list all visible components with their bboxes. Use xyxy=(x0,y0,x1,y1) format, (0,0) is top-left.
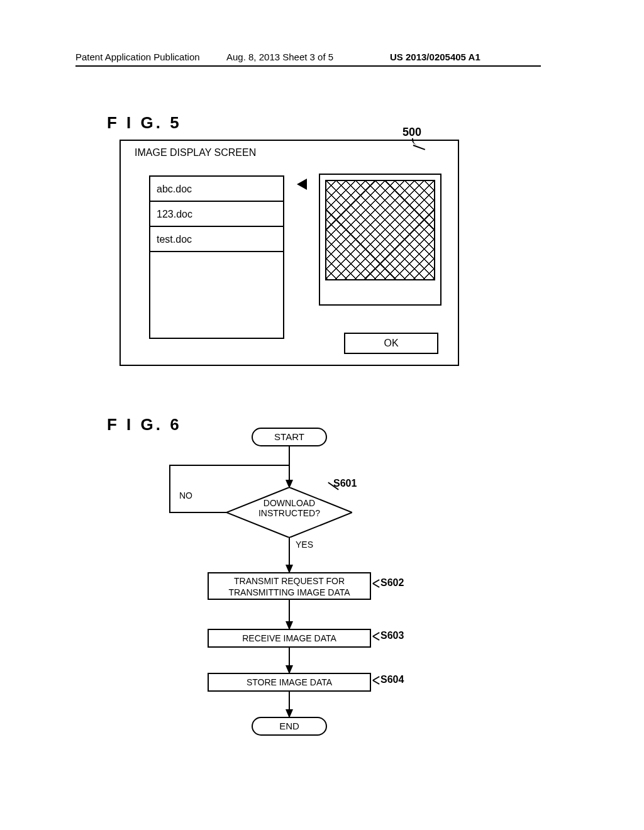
figure-5-label: F I G. 5 xyxy=(107,113,182,133)
header-right: US 2013/0205405 A1 xyxy=(390,52,480,62)
image-display-screen: IMAGE DISPLAY SCREEN abc.doc 123.doc tes… xyxy=(119,140,459,366)
process-s603: RECEIVE IMAGE DATA xyxy=(208,629,371,648)
process-s604: STORE IMAGE DATA xyxy=(208,673,371,692)
list-item[interactable]: 123.doc xyxy=(150,202,283,227)
flow-end: END xyxy=(252,717,327,736)
leader-s604 xyxy=(372,678,381,687)
preview-panel xyxy=(319,174,441,306)
leader-s603 xyxy=(372,634,381,643)
screen-title: IMAGE DISPLAY SCREEN xyxy=(135,147,256,158)
step-label-s604: S604 xyxy=(380,674,404,685)
triangle-left-icon xyxy=(297,179,307,190)
reference-500: 500 xyxy=(402,126,421,139)
decision-text: DOWNLOAD INSTRUCTED? xyxy=(239,498,340,518)
list-item[interactable]: test.doc xyxy=(150,227,283,252)
preview-thumbnail xyxy=(325,180,435,280)
label-no: NO xyxy=(179,490,192,501)
header-rule xyxy=(75,65,541,67)
leader-s602 xyxy=(372,581,381,590)
flowchart: START DOWNLOAD INSTRUCTED? NO YES TRANSM… xyxy=(119,428,459,755)
label-yes: YES xyxy=(296,540,313,550)
ok-button[interactable]: OK xyxy=(344,333,438,354)
list-item[interactable]: abc.doc xyxy=(150,177,283,202)
header-left: Patent Application Publication xyxy=(75,52,200,62)
header-middle: Aug. 8, 2013 Sheet 3 of 5 xyxy=(226,52,333,62)
step-label-s602: S602 xyxy=(380,577,404,589)
process-s602: TRANSMIT REQUEST FOR TRANSMITTING IMAGE … xyxy=(208,572,371,600)
file-list[interactable]: abc.doc 123.doc test.doc xyxy=(149,175,284,339)
step-label-s603: S603 xyxy=(380,630,404,641)
flow-start: START xyxy=(252,428,327,446)
